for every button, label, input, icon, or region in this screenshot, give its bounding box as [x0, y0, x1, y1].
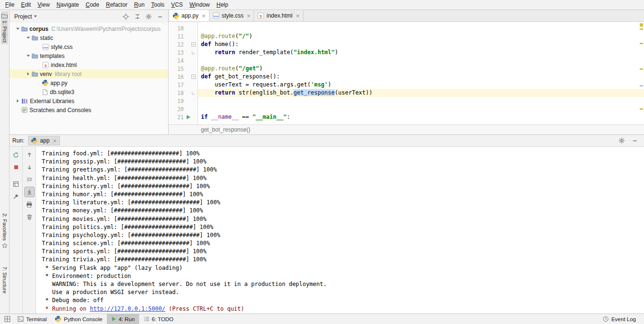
close-icon[interactable]: × [296, 12, 300, 19]
rerun-icon [12, 152, 19, 159]
index-html-html-icon: 5 [42, 62, 49, 68]
line-number: 13 [170, 49, 184, 56]
tree-item-db-sqlite3[interactable]: db.sqlite3 [9, 87, 168, 96]
menu-refactor[interactable]: Refactor [103, 0, 131, 9]
fold-collapse-icon[interactable]: − [191, 75, 196, 79]
tree-item-index-html[interactable]: 5index.html [9, 60, 168, 69]
arrow-down-icon[interactable] [14, 27, 21, 31]
statusbar-terminal[interactable]: Terminal [13, 314, 51, 324]
editor-scrollbar[interactable] [638, 22, 644, 124]
gutter-row: 18 [169, 89, 198, 97]
locate-button[interactable] [121, 12, 131, 21]
tree-item-app-py[interactable]: app.py [9, 78, 168, 87]
menu-view[interactable]: View [34, 0, 53, 9]
style-css-css-icon: css [42, 44, 49, 50]
menu-window[interactable]: Window [186, 0, 213, 9]
console-line: Training sports.yml: [##################… [42, 248, 644, 256]
tree-item-templates[interactable]: templates [9, 51, 168, 60]
menu-navigate[interactable]: Navigate [53, 0, 82, 9]
status-bar: TerminalPython Console4: Run6: TODO Even… [0, 314, 644, 324]
svg-text:css: css [43, 46, 48, 49]
inspection-indicator-icon[interactable] [640, 23, 643, 27]
tree-item-label: app.py [50, 80, 67, 86]
gutter-row: 10 [169, 24, 198, 32]
hide-button[interactable] [630, 136, 640, 145]
tree-item-external-libraries[interactable]: External Libraries [9, 96, 168, 105]
menu-code[interactable]: Code [82, 0, 103, 9]
main-body: 1: Project 2: Favorites 7: Structure Pro… [0, 10, 644, 314]
print-icon [26, 201, 32, 208]
run-tab-app[interactable]: app× [28, 136, 60, 145]
tree-item-venv[interactable]: venvlibrary root [9, 69, 168, 78]
pin-button[interactable] [11, 191, 21, 201]
menu-run[interactable]: Run [131, 0, 148, 9]
scroll-to-end-button[interactable] [24, 187, 35, 197]
arrow-right-icon[interactable] [14, 99, 21, 103]
arrow-right-icon[interactable] [25, 72, 32, 76]
close-icon[interactable]: × [202, 12, 206, 19]
statusbar-event-log[interactable]: Event Log [598, 314, 640, 324]
statusbar-todo[interactable]: 6: TODO [139, 314, 178, 324]
down-stack-trace-button[interactable] [24, 162, 35, 172]
menu-file[interactable]: File [2, 0, 18, 9]
settings-button[interactable] [616, 136, 627, 145]
tool-button-structure[interactable]: 7: Structure [1, 265, 8, 295]
settings-button[interactable] [143, 12, 154, 21]
tree-item-style-css[interactable]: cssstyle.css [9, 42, 168, 51]
status-bar-left: TerminalPython Console4: Run6: TODO [13, 314, 178, 324]
hide-button[interactable] [155, 12, 165, 21]
rerun-button[interactable] [11, 150, 21, 160]
line-number: 16 [170, 74, 184, 80]
collapse-all-button[interactable] [132, 12, 142, 21]
console-link[interactable]: http://127.0.0.1:5000/ [90, 305, 165, 312]
corpus-folder-icon [21, 26, 28, 31]
menu-edit[interactable]: Edit [18, 0, 34, 9]
stop-button[interactable] [11, 162, 21, 172]
tool-button-project[interactable]: 1: Project [1, 11, 8, 44]
arrow-down-icon[interactable] [25, 36, 32, 40]
chevron-down-icon[interactable] [33, 14, 38, 19]
tool-button-favorites[interactable]: 2: Favorites [1, 211, 8, 250]
print-button[interactable] [24, 199, 35, 210]
tab-index-html[interactable]: 5index.html× [254, 10, 303, 21]
gutter-row: 15 [169, 65, 198, 73]
breadcrumb-context[interactable]: get_bot_response() [201, 126, 250, 133]
restore-layout-button[interactable] [11, 179, 21, 189]
editor[interactable]: 101112−13141516−1718192021 @app.route("/… [169, 22, 644, 124]
close-icon[interactable]: × [247, 12, 251, 19]
tree-item-scratches-and-consoles[interactable]: Scratches and Consoles [9, 105, 168, 114]
tree-item-corpus[interactable]: corpusC:\Users\Waseem\PycharmProjects\co… [9, 24, 168, 33]
fold-collapse-icon[interactable]: − [191, 42, 196, 47]
code-line: if __name__ == "__main__": [198, 113, 644, 121]
menu-tools[interactable]: Tools [148, 0, 168, 9]
statusbar-run[interactable]: 4: Run [107, 314, 139, 324]
tool-strip-top: 1: Project [1, 11, 8, 44]
event-log-icon [603, 316, 609, 322]
line-number: 17 [170, 82, 184, 88]
tool-strip-bottom: 7: Structure [1, 265, 8, 295]
arrow-down-icon[interactable] [25, 54, 32, 58]
console-line: Training food.yml: [####################… [42, 150, 644, 158]
console-line: Training trivia.yml: [##################… [42, 256, 644, 264]
menu-help[interactable]: Help [213, 0, 232, 9]
soft-wrap-button[interactable] [24, 174, 35, 185]
clear-all-button[interactable] [24, 211, 35, 222]
run-console[interactable]: Training food.yml: [####################… [36, 147, 644, 314]
tree-item-static[interactable]: static [9, 33, 168, 42]
tool-window-switcher-icon[interactable] [1, 314, 13, 324]
tab-app-py[interactable]: app.py× [170, 10, 209, 21]
statusbar-python-console[interactable]: Python Console [51, 314, 106, 324]
gutter-row: 16− [169, 73, 198, 81]
close-icon[interactable]: × [53, 137, 57, 144]
menu-vcs[interactable]: VCS [168, 0, 186, 9]
run-line-icon[interactable] [186, 114, 191, 120]
editor-code[interactable]: @app.route("/")def home(): return render… [198, 22, 644, 124]
project-icon [1, 13, 8, 19]
templates-folder-icon [32, 53, 38, 58]
console-line: Training gossip.yml: [##################… [42, 158, 644, 166]
project-title[interactable]: Project [14, 13, 32, 20]
console-text: * Running on [42, 305, 90, 312]
up-stack-trace-button[interactable] [24, 150, 35, 160]
tab-style-css[interactable]: cssstyle.css× [209, 10, 255, 21]
gutter-row: 14 [169, 57, 198, 65]
